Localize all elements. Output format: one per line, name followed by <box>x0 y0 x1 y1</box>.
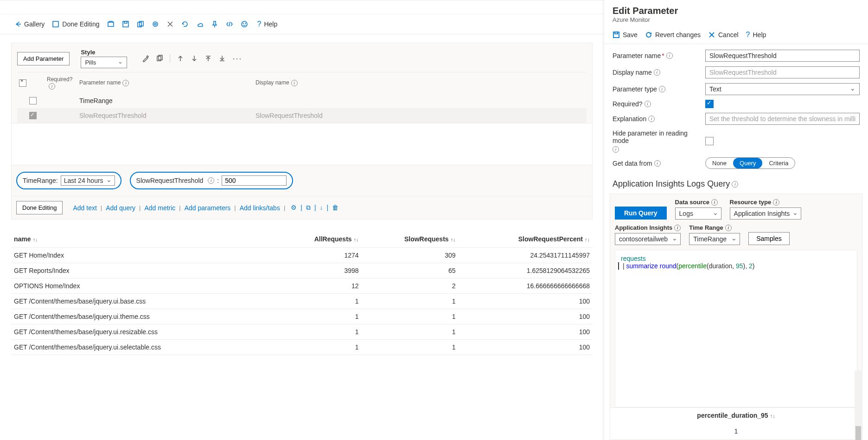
timerange-pill[interactable]: TimeRange: Last 24 hours <box>16 172 121 189</box>
run-query-button[interactable]: Run Query <box>615 207 667 220</box>
step-copy-icon[interactable]: ⧉ <box>306 204 311 212</box>
info-icon[interactable]: i <box>725 225 732 231</box>
gallery-button[interactable]: Gallery <box>11 19 47 30</box>
info-icon[interactable]: i <box>654 69 660 76</box>
add-query-link[interactable]: Add query <box>106 204 135 212</box>
step-settings-icon[interactable]: ⚙ <box>291 204 297 212</box>
close-icon[interactable] <box>164 19 177 30</box>
done-editing-label: Done Editing <box>62 20 99 28</box>
seg-criteria[interactable]: Criteria <box>762 158 795 168</box>
scrollbar[interactable] <box>855 370 862 440</box>
code-icon[interactable] <box>223 19 236 30</box>
data-source-select[interactable]: Logs <box>675 207 721 220</box>
help-icon: ? <box>746 31 750 39</box>
move-top-icon[interactable] <box>204 55 212 62</box>
step-down-icon[interactable]: ↓ <box>320 204 323 212</box>
info-icon[interactable]: i <box>659 86 665 92</box>
timerange-value-select[interactable]: Last 24 hours <box>61 175 115 186</box>
col-slow[interactable]: SlowRequests <box>404 235 449 243</box>
info-icon[interactable]: i <box>208 177 214 184</box>
move-down-icon[interactable] <box>191 55 198 62</box>
move-up-icon[interactable] <box>177 55 184 62</box>
timerange-pill-label: TimeRange: <box>23 177 58 184</box>
info-icon[interactable]: i <box>49 83 55 90</box>
param-row[interactable]: TimeRange <box>17 93 587 108</box>
row-checkbox[interactable] <box>29 112 37 119</box>
resource-type-select[interactable]: Application Insights <box>730 207 802 220</box>
time-range-select[interactable]: TimeRange <box>689 233 740 245</box>
svg-point-9 <box>243 23 243 24</box>
info-icon[interactable]: i <box>773 199 779 206</box>
open-icon[interactable] <box>104 19 117 30</box>
refresh-icon[interactable] <box>179 19 191 30</box>
help-button[interactable]: ? Help <box>253 18 281 30</box>
info-icon[interactable]: i <box>654 160 661 167</box>
move-bottom-icon[interactable] <box>218 55 226 62</box>
save-icon[interactable] <box>119 19 132 30</box>
seg-query[interactable]: Query <box>733 158 762 168</box>
col-pct[interactable]: SlowRequestPercent <box>518 235 583 243</box>
table-row[interactable]: GET Home/Index127430924.25431711145997 <box>11 248 593 263</box>
add-text-link[interactable]: Add text <box>73 204 96 212</box>
edit-icon[interactable] <box>142 55 149 62</box>
pin-icon[interactable] <box>208 19 221 30</box>
info-icon[interactable]: i <box>613 146 619 153</box>
step-delete-icon[interactable]: 🗑 <box>332 204 338 212</box>
revert-button[interactable]: Revert changes <box>645 31 701 39</box>
samples-button[interactable]: Samples <box>748 232 789 245</box>
more-icon[interactable]: ··· <box>232 54 242 64</box>
explanation-input[interactable] <box>705 113 860 125</box>
parameter-name-input[interactable] <box>705 50 860 62</box>
slowrequest-pill[interactable]: SlowRequestThreshold i : <box>130 172 294 189</box>
select-all-checkbox[interactable] <box>19 79 26 87</box>
app-insights-select[interactable]: contosoretailweb <box>615 233 681 245</box>
info-icon[interactable]: i <box>291 80 298 86</box>
info-icon[interactable]: i <box>674 225 681 231</box>
save-button[interactable]: Save <box>613 31 638 39</box>
col-name[interactable]: name <box>14 235 31 243</box>
param-row-selected[interactable]: SlowRequestThreshold SlowRequestThreshol… <box>17 108 587 123</box>
result-header[interactable]: percentile_duration_95 <box>697 412 768 419</box>
cancel-button[interactable]: Cancel <box>708 31 739 39</box>
add-parameters-link[interactable]: Add parameters <box>185 204 231 212</box>
table-row[interactable]: GET /Content/themes/base/jquery.ui.base.… <box>11 294 593 309</box>
get-data-segmented: None Query Criteria <box>705 157 795 169</box>
sort-icon[interactable]: ↑↓ <box>585 237 590 242</box>
table-row[interactable]: GET /Content/themes/base/jquery.ui.selec… <box>11 340 593 355</box>
style-select[interactable]: Pills <box>81 57 127 68</box>
col-all[interactable]: AllRequests <box>314 235 352 243</box>
table-row[interactable]: OPTIONS Home/Index12216.666666666666668 <box>11 278 593 294</box>
duplicate-icon[interactable] <box>156 55 163 62</box>
settings-icon[interactable] <box>149 19 162 30</box>
add-links-link[interactable]: Add links/tabs <box>240 204 280 212</box>
sort-icon[interactable]: ↑↓ <box>33 237 38 242</box>
done-editing-button[interactable]: Done Editing <box>49 19 102 30</box>
seg-none[interactable]: None <box>706 158 733 168</box>
info-icon[interactable]: i <box>711 199 718 206</box>
svg-rect-0 <box>53 21 58 27</box>
copy-icon[interactable] <box>134 19 147 30</box>
cloud-icon[interactable] <box>193 19 206 30</box>
info-icon[interactable]: i <box>648 116 655 122</box>
add-metric-link[interactable]: Add metric <box>144 204 175 212</box>
info-icon[interactable]: i <box>732 181 738 188</box>
feedback-icon[interactable] <box>238 19 251 30</box>
info-icon[interactable]: i <box>666 52 673 59</box>
add-parameter-button[interactable]: Add Parameter <box>17 52 70 65</box>
parameter-type-select[interactable]: Text <box>705 83 860 95</box>
display-name-input[interactable] <box>705 66 860 78</box>
hide-checkbox[interactable] <box>705 137 714 145</box>
done-editing-step[interactable]: Done Editing <box>16 201 63 214</box>
slowrequest-value-input[interactable] <box>222 175 287 186</box>
table-row[interactable]: GET /Content/themes/base/jquery.ui.theme… <box>11 309 593 324</box>
info-icon[interactable]: i <box>645 101 651 107</box>
required-checkbox[interactable] <box>705 100 714 108</box>
sort-icon[interactable]: ↑↓ <box>451 237 456 242</box>
sort-icon[interactable]: ↑↓ <box>354 237 359 242</box>
info-icon[interactable]: i <box>122 80 129 86</box>
table-row[interactable]: GET /Content/themes/base/jquery.ui.resiz… <box>11 324 593 340</box>
help-button[interactable]: ?Help <box>746 31 766 39</box>
row-checkbox[interactable] <box>29 97 37 104</box>
query-editor[interactable]: requests | summarize round(percentile(du… <box>615 250 857 408</box>
table-row[interactable]: GET Reports/Index3998651.625812906453226… <box>11 263 593 278</box>
